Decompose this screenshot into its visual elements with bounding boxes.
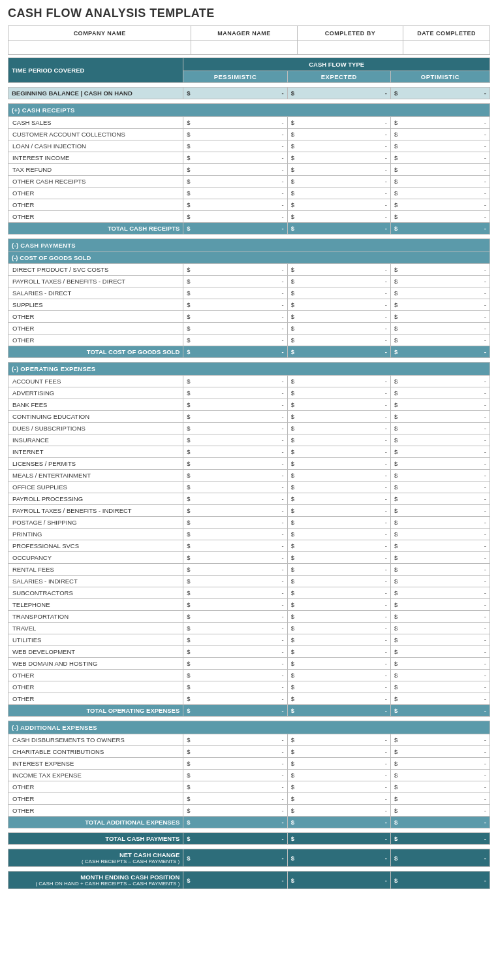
table-row: OFFICE SUPPLIES $ - $ - $ - [8, 482, 490, 493]
table-row: TRANSPORTATION $ - $ - $ - [8, 611, 490, 623]
company-name-input[interactable] [8, 41, 191, 55]
date-completed-input[interactable] [403, 41, 490, 55]
operating-expenses-header: (-) OPERATING EXPENSES [8, 363, 490, 376]
table-row: LICENSES / PERMITS $ - $ - $ - [8, 458, 490, 470]
table-row: OTHER $ - $ - $ - [8, 188, 490, 199]
table-row: DUES / SUBSCRIPTIONS $ - $ - $ - [8, 423, 490, 434]
table-row: WEB DOMAIN AND HOSTING $ - $ - $ - [8, 658, 490, 670]
month-ending-label: MONTH ENDING CASH POSITION ( CASH ON HAN… [8, 872, 183, 889]
table-row: OTHER $ - $ - $ - [8, 670, 490, 681]
net-cash-change-label: NET CASH CHANGE ( CASH RECEIPTS – CASH P… [8, 849, 183, 867]
table-row: RENTAL FEES $ - $ - $ - [8, 564, 490, 576]
completed-by-header: COMPLETED BY [297, 26, 403, 41]
table-row: OTHER $ - $ - $ - [8, 323, 490, 335]
table-row: LOAN / CASH INJECTION $ - $ - $ - [8, 140, 490, 152]
table-row: OTHER $ - $ - $ - [8, 311, 490, 323]
page-title: CASH FLOW ANALYSIS TEMPLATE [8, 7, 490, 20]
table-row: TELEPHONE $ - $ - $ - [8, 599, 490, 611]
table-row: UTILITIES $ - $ - $ - [8, 634, 490, 646]
manager-name-input[interactable] [191, 41, 297, 55]
table-row: OTHER $ - $ - $ - [8, 211, 490, 223]
table-row: SUPPLIES $ - $ - $ - [8, 299, 490, 311]
table-row: TAX REFUND $ - $ - $ - [8, 164, 490, 176]
table-row: CUSTOMER ACCOUNT COLLECTIONS $ - $ - $ - [8, 129, 490, 140]
table-row: SUBCONTRACTORS $ - $ - $ - [8, 587, 490, 599]
table-row: SALARIES - DIRECT $ - $ - $ - [8, 287, 490, 299]
table-row: DIRECT PRODUCT / SVC COSTS $ - $ - $ - [8, 264, 490, 276]
table-row: CASH SALES $ - $ - $ - [8, 117, 490, 129]
total-operating-expenses-label: TOTAL OPERATING EXPENSES [8, 705, 183, 717]
total-additional-expenses-label: TOTAL ADDITIONAL EXPENSES [8, 817, 183, 828]
optimistic-header: OPTIMISTIC [391, 71, 490, 83]
completed-by-input[interactable] [297, 41, 403, 55]
table-row: INTEREST INCOME $ - $ - $ - [8, 152, 490, 164]
table-row: INCOME TAX EXPENSE $ - $ - $ - [8, 770, 490, 781]
table-row: PAYROLL PROCESSING $ - $ - $ - [8, 493, 490, 505]
item-cash-sales: CASH SALES [8, 117, 183, 129]
table-row: OTHER $ - $ - $ - [8, 681, 490, 693]
table-row: OTHER $ - $ - $ - [8, 335, 490, 346]
table-row: OTHER $ - $ - $ - [8, 199, 490, 211]
cash-receipts-section-header: (+) CASH RECEIPTS [8, 104, 490, 117]
table-row: BANK FEES $ - $ - $ - [8, 399, 490, 411]
table-row: WEB DEVELOPMENT $ - $ - $ - [8, 646, 490, 658]
bb-val-e[interactable]: - [299, 88, 391, 99]
total-cash-receipts-label: TOTAL CASH RECEIPTS [8, 223, 183, 235]
table-row: OTHER $ - $ - $ - [8, 805, 490, 817]
table-row: ADVERTISING $ - $ - $ - [8, 387, 490, 399]
table-row: CONTINUING EDUCATION $ - $ - $ - [8, 411, 490, 423]
table-row: SALARIES - INDIRECT $ - $ - $ - [8, 576, 490, 587]
table-row: OTHER CASH RECEIPTS $ - $ - $ - [8, 176, 490, 188]
bb-val-o[interactable]: - [402, 88, 490, 99]
table-row: INTERNET $ - $ - $ - [8, 446, 490, 458]
bb-dollar-p: $ [183, 88, 195, 99]
table-row: PAYROLL TAXES / BENEFITS - DIRECT $ - $ … [8, 276, 490, 287]
table-row: OTHER $ - $ - $ - [8, 693, 490, 705]
cost-of-goods-header: (-) COST OF GOODS SOLD [8, 252, 490, 264]
additional-expenses-header: (-) ADDITIONAL EXPENSES [8, 721, 490, 734]
table-row: OTHER $ - $ - $ - [8, 793, 490, 805]
table-row: ACCOUNT FEES $ - $ - $ - [8, 376, 490, 387]
bb-val-p[interactable]: - [195, 88, 287, 99]
table-row: MEALS / ENTERTAINMENT $ - $ - $ - [8, 470, 490, 482]
company-name-header: COMPANY NAME [8, 26, 191, 41]
table-row: INTEREST EXPENSE $ - $ - $ - [8, 758, 490, 770]
table-row: INSURANCE $ - $ - $ - [8, 434, 490, 446]
cashflow-type-label: CASH FLOW TYPE [183, 58, 490, 71]
table-row: CHARITABLE CONTRIBUTIONS $ - $ - $ - [8, 746, 490, 758]
table-row: PROFESSIONAL SVCS $ - $ - $ - [8, 540, 490, 552]
table-row: OTHER $ - $ - $ - [8, 781, 490, 793]
table-row: PAYROLL TAXES / BENEFITS - INDIRECT $ - … [8, 505, 490, 517]
bb-dollar-o: $ [391, 88, 403, 99]
time-period-label: TIME PERIOD COVERED [8, 58, 183, 83]
bb-dollar-e: $ [287, 88, 299, 99]
cash-payments-header: (-) CASH PAYMENTS [8, 239, 490, 252]
total-cash-payments-label: TOTAL CASH PAYMENTS [8, 833, 183, 845]
table-row: TRAVEL $ - $ - $ - [8, 623, 490, 634]
manager-name-header: MANAGER NAME [191, 26, 297, 41]
table-row: POSTAGE / SHIPPING $ - $ - $ - [8, 517, 490, 529]
table-row: CASH DISBURSEMENTS TO OWNERS $ - $ - $ - [8, 734, 490, 746]
expected-header: EXPECTED [287, 71, 390, 83]
table-row: OCCUPANCY $ - $ - $ - [8, 552, 490, 564]
table-row: PRINTING $ - $ - $ - [8, 529, 490, 540]
date-completed-header: DATE COMPLETED [403, 26, 490, 41]
pessimistic-header: PESSIMISTIC [183, 71, 287, 83]
beginning-balance-label: BEGINNING BALANCE | CASH ON HAND [8, 88, 183, 99]
total-cost-goods-label: TOTAL COST OF GOODS SOLD [8, 346, 183, 358]
